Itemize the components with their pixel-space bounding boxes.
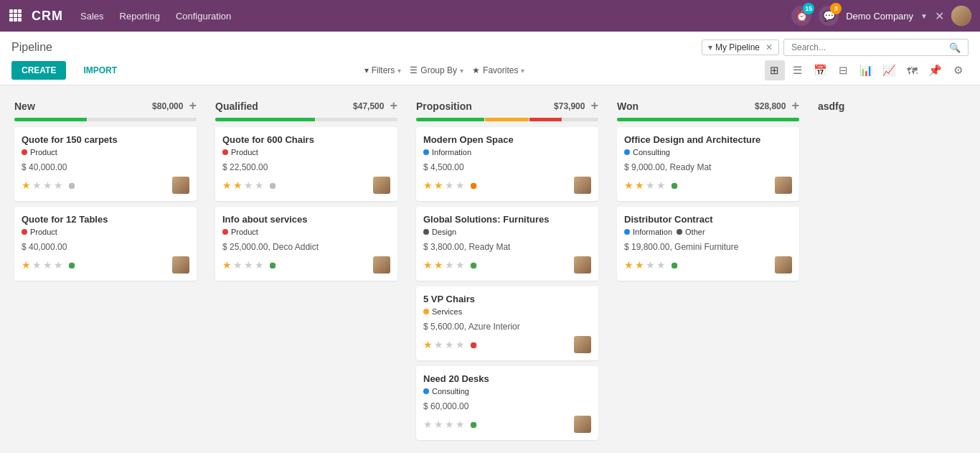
card-stars[interactable]: ★★★★⏺ xyxy=(423,339,479,350)
star-1[interactable]: ★ xyxy=(635,179,644,191)
star-1[interactable]: ★ xyxy=(233,179,242,191)
app-brand[interactable]: CRM xyxy=(32,9,63,24)
star-2[interactable]: ★ xyxy=(244,259,253,271)
star-1[interactable]: ★ xyxy=(434,179,443,191)
star-0[interactable]: ★ xyxy=(22,259,31,271)
card-stars[interactable]: ★★★★⏺ xyxy=(624,259,679,271)
star-1[interactable]: ★ xyxy=(635,259,644,271)
star-1[interactable]: ★ xyxy=(32,259,42,271)
star-2[interactable]: ★ xyxy=(445,339,454,350)
star-2[interactable]: ★ xyxy=(646,179,655,191)
card-stars[interactable]: ★★★★⏺ xyxy=(423,179,479,191)
star-0[interactable]: ★ xyxy=(423,339,433,350)
column-add-button-new[interactable]: + xyxy=(189,98,197,113)
card-proposition-1[interactable]: Global Solutions: FurnituresDesign$ 3,80… xyxy=(416,207,598,281)
star-0[interactable]: ★ xyxy=(423,179,433,191)
list-view-button[interactable]: ☰ xyxy=(788,60,808,80)
column-add-button-proposition[interactable]: + xyxy=(590,98,598,113)
card-won-1[interactable]: Distributor ContractInformationOther$ 19… xyxy=(617,207,799,281)
settings-view-button[interactable]: ⚙ xyxy=(948,60,969,80)
card-stars[interactable]: ★★★★⏺ xyxy=(22,259,77,271)
card-title: Need 20 Desks xyxy=(423,373,591,384)
search-input[interactable] xyxy=(788,41,946,54)
import-button[interactable]: IMPORT xyxy=(76,61,124,80)
company-name[interactable]: Demo Company xyxy=(846,11,913,22)
star-0[interactable]: ★ xyxy=(222,259,232,271)
card-stars[interactable]: ★★★★⏺ xyxy=(624,179,679,191)
card-qualified-1[interactable]: Info about servicesProduct$ 25,000.00, D… xyxy=(215,207,397,281)
kanban-view-button[interactable]: ⊞ xyxy=(765,60,785,80)
card-proposition-3[interactable]: Need 20 DesksConsulting$ 60,000.00★★★★⏺ xyxy=(416,366,598,440)
filters-button[interactable]: ▾ Filters ▾ xyxy=(364,65,402,75)
star-0[interactable]: ★ xyxy=(222,179,232,191)
map-view-button[interactable]: 🗺 xyxy=(903,60,923,80)
star-3[interactable]: ★ xyxy=(456,179,465,191)
card-proposition-2[interactable]: 5 VP ChairsServices$ 5,600.00, Azure Int… xyxy=(416,286,598,360)
star-2[interactable]: ★ xyxy=(646,259,655,271)
view-switcher: ⊞ ☰ 📅 ⊟ 📊 📈 🗺 📌 ⚙ xyxy=(765,60,969,80)
star-3[interactable]: ★ xyxy=(656,179,666,191)
search-tag-remove[interactable]: ✕ xyxy=(765,42,773,52)
card-stars[interactable]: ★★★★⏺ xyxy=(222,259,278,271)
star-3[interactable]: ★ xyxy=(456,419,465,430)
graph-view-button[interactable]: 📊 xyxy=(857,60,877,80)
card-stars[interactable]: ★★★★⏺ xyxy=(22,179,77,191)
nav-sales[interactable]: Sales xyxy=(80,11,104,22)
star-0[interactable]: ★ xyxy=(624,259,633,271)
star-3[interactable]: ★ xyxy=(255,179,264,191)
star-1[interactable]: ★ xyxy=(233,259,242,271)
column-add-button-qualified[interactable]: + xyxy=(390,98,397,113)
star-0[interactable]: ★ xyxy=(423,259,433,271)
star-2[interactable]: ★ xyxy=(43,259,52,271)
star-2[interactable]: ★ xyxy=(244,179,253,191)
favorites-button[interactable]: ★ Favorites ▾ xyxy=(472,65,524,75)
card-new-1[interactable]: Quote for 12 TablesProduct$ 40,000.00★★★… xyxy=(14,207,197,281)
star-0[interactable]: ★ xyxy=(22,179,31,191)
nav-configuration[interactable]: Configuration xyxy=(176,11,231,22)
star-0[interactable]: ★ xyxy=(624,179,633,191)
star-2[interactable]: ★ xyxy=(445,259,454,271)
page-title: Pipeline xyxy=(11,41,52,54)
star-3[interactable]: ★ xyxy=(456,259,465,271)
star-1[interactable]: ★ xyxy=(32,179,42,191)
star-3[interactable]: ★ xyxy=(456,339,465,350)
pivot-view-button[interactable]: ⊟ xyxy=(834,60,854,80)
star-3[interactable]: ★ xyxy=(54,179,63,191)
card-proposition-0[interactable]: Modern Open SpaceInformation$ 4,500.00★★… xyxy=(416,127,598,201)
star-1[interactable]: ★ xyxy=(434,259,443,271)
column-add-button-won[interactable]: + xyxy=(791,98,799,113)
card-new-0[interactable]: Quote for 150 carpetsProduct$ 40,000.00★… xyxy=(14,127,197,201)
close-icon[interactable]: ✕ xyxy=(935,9,944,23)
pin-view-button[interactable]: 📌 xyxy=(925,60,946,80)
card-title: Quote for 150 carpets xyxy=(22,134,189,145)
card-won-0[interactable]: Office Design and ArchitectureConsulting… xyxy=(617,127,799,201)
star-3[interactable]: ★ xyxy=(54,259,63,271)
star-1[interactable]: ★ xyxy=(434,419,443,430)
star-3[interactable]: ★ xyxy=(656,259,666,271)
search-icon[interactable]: 🔍 xyxy=(946,42,963,53)
card-qualified-0[interactable]: Quote for 600 ChairsProduct$ 22,500.00★★… xyxy=(215,127,397,201)
star-2[interactable]: ★ xyxy=(43,179,52,191)
user-avatar[interactable] xyxy=(951,6,971,26)
card-stars[interactable]: ★★★★⏺ xyxy=(423,259,479,271)
search-filter-tag[interactable]: ▾ My Pipeline ✕ xyxy=(702,39,779,55)
clock-badge-button[interactable]: ⏰ 15 xyxy=(791,6,811,26)
card-tag: Product xyxy=(222,148,258,157)
card-stars[interactable]: ★★★★⏺ xyxy=(222,179,278,191)
grid-menu-icon[interactable] xyxy=(9,9,22,24)
star-2[interactable]: ★ xyxy=(445,179,454,191)
star-1[interactable]: ★ xyxy=(434,339,443,350)
calendar-view-button[interactable]: 📅 xyxy=(811,60,831,80)
card-stars[interactable]: ★★★★⏺ xyxy=(423,419,479,430)
star-3[interactable]: ★ xyxy=(255,259,264,271)
nav-reporting[interactable]: Reporting xyxy=(120,11,160,22)
bar-view-button[interactable]: 📈 xyxy=(880,60,900,80)
card-amount: $ 4,500.00 xyxy=(423,162,591,172)
star-0[interactable]: ★ xyxy=(423,419,433,430)
groupby-button[interactable]: ☰ Group By ▾ xyxy=(410,65,463,75)
card-tag: Design xyxy=(423,228,456,236)
star-2[interactable]: ★ xyxy=(445,419,454,430)
create-button[interactable]: CREATE xyxy=(11,61,66,80)
chat-badge-button[interactable]: 💬 3 xyxy=(819,6,839,26)
card-tags: Product xyxy=(22,148,189,159)
